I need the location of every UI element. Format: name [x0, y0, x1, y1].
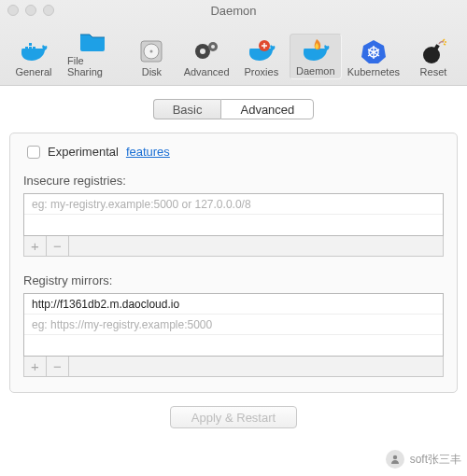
window-title: Daemon: [7, 4, 460, 18]
kubernetes-icon: [358, 37, 389, 65]
toolbar-label: File Sharing: [67, 55, 118, 77]
toolbar-item-general[interactable]: General: [7, 35, 60, 79]
svg-point-22: [392, 455, 396, 459]
toolbar: General File Sharing Disk: [0, 21, 467, 85]
content-area: Basic Advanced Experimental features Ins…: [0, 86, 467, 447]
insecure-registries-list[interactable]: eg: my-registry.example:5000 or 127.0.0.…: [23, 193, 444, 236]
list-value[interactable]: http://f1361db2.m.daocloud.io: [24, 294, 443, 315]
minimize-icon[interactable]: [25, 5, 36, 16]
toolbar-item-proxies[interactable]: Proxies: [235, 35, 288, 79]
whale-icon: [18, 37, 50, 65]
list-placeholder: eg: my-registry.example:5000 or 127.0.0.…: [24, 194, 443, 215]
registry-mirrors-list[interactable]: http://f1361db2.m.daocloud.io eg: https:…: [23, 293, 444, 357]
titlebar: Daemon: [0, 0, 467, 21]
tab-basic[interactable]: Basic: [153, 99, 221, 119]
insecure-registries-section: Insecure registries: eg: my-registry.exa…: [23, 174, 444, 257]
remove-button[interactable]: −: [47, 236, 69, 256]
svg-rect-1: [29, 47, 32, 49]
whale-fire-icon: [300, 36, 332, 64]
svg-point-8: [200, 49, 205, 54]
watermark: soft张三丰: [386, 450, 461, 469]
toolbar-item-disk[interactable]: Disk: [125, 35, 177, 79]
add-button[interactable]: +: [24, 236, 47, 256]
registry-mirrors-section: Registry mirrors: http://f1361db2.m.daoc…: [23, 273, 444, 377]
zoom-icon[interactable]: [43, 5, 54, 16]
list-placeholder: eg: https://my-registry.example:5000: [24, 315, 443, 335]
toolbar-item-file-sharing[interactable]: File Sharing: [62, 24, 123, 79]
toolbar-item-advanced[interactable]: Advanced: [179, 35, 233, 79]
toolbar-label: Kubernetes: [347, 66, 400, 77]
settings-panel: Experimental features Insecure registrie…: [9, 133, 458, 393]
toolbar-label: Proxies: [244, 66, 278, 77]
bomb-icon: [417, 37, 449, 65]
toolbar-item-reset[interactable]: Reset: [407, 35, 460, 79]
features-link[interactable]: features: [126, 145, 170, 159]
svg-point-10: [211, 45, 215, 49]
tab-segmented: Basic Advanced: [9, 99, 458, 119]
watermark-text: soft张三丰: [410, 452, 461, 468]
svg-rect-2: [33, 47, 35, 49]
experimental-label: Experimental: [48, 145, 119, 159]
window-controls: [7, 5, 54, 16]
toolbar-label: Reset: [420, 66, 447, 77]
insecure-registries-controls: + −: [23, 236, 444, 257]
registry-mirrors-controls: + −: [23, 357, 444, 377]
remove-button[interactable]: −: [47, 357, 69, 376]
svg-point-6: [150, 50, 153, 53]
apply-restart-button[interactable]: Apply & Restart: [170, 406, 297, 428]
insecure-registries-label: Insecure registries:: [23, 174, 444, 188]
gears-icon: [191, 37, 222, 65]
toolbar-label: General: [15, 66, 51, 77]
registry-mirrors-label: Registry mirrors:: [23, 273, 444, 287]
footer: Apply & Restart: [9, 393, 458, 438]
close-icon[interactable]: [7, 5, 19, 16]
svg-rect-0: [25, 47, 28, 49]
tab-advanced[interactable]: Advanced: [220, 99, 314, 119]
list-row-empty: [24, 335, 443, 356]
watermark-avatar: [386, 450, 404, 469]
whale-proxy-icon: [246, 37, 277, 65]
list-row-empty: [24, 215, 443, 235]
titlebar-area: Daemon General File Sharing: [0, 0, 467, 86]
add-button[interactable]: +: [24, 357, 47, 376]
toolbar-label: Disk: [142, 66, 162, 77]
toolbar-label: Daemon: [296, 65, 335, 77]
experimental-row: Experimental features: [23, 145, 444, 159]
toolbar-item-kubernetes[interactable]: Kubernetes: [344, 35, 403, 79]
folder-icon: [77, 26, 108, 54]
toolbar-item-daemon[interactable]: Daemon: [290, 34, 342, 79]
toolbar-label: Advanced: [184, 66, 230, 77]
disk-icon: [135, 37, 167, 65]
svg-rect-3: [29, 43, 32, 46]
experimental-checkbox[interactable]: [27, 146, 40, 159]
